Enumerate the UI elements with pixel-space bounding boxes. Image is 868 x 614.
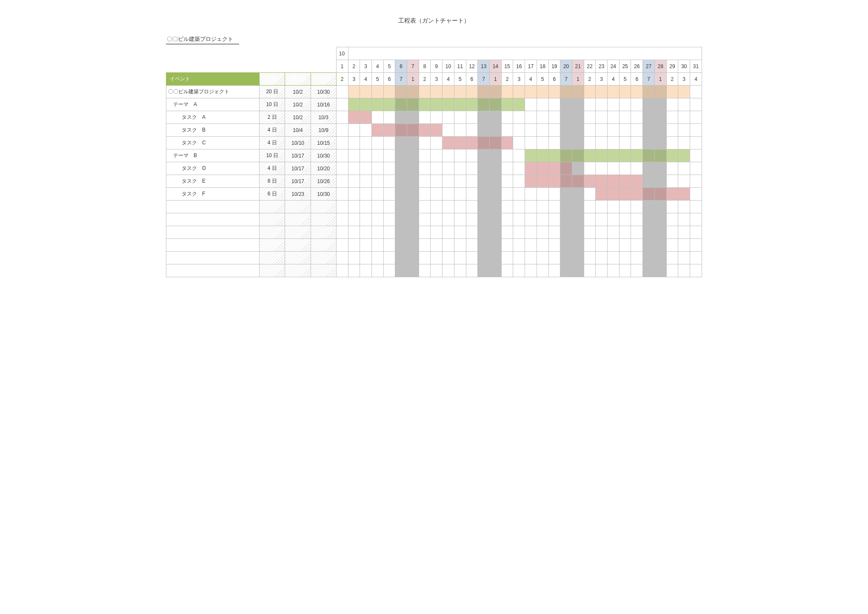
gantt-cell	[678, 226, 690, 239]
gantt-cell	[466, 175, 478, 188]
gantt-cell	[419, 213, 431, 226]
gantt-cell	[678, 239, 690, 252]
gantt-cell	[336, 239, 348, 252]
date-cell: 7	[407, 60, 419, 73]
gantt-cell	[548, 137, 560, 149]
gantt-cell	[489, 264, 501, 277]
gantt-cell	[596, 162, 608, 175]
gantt-cell	[407, 239, 419, 252]
gantt-cell	[478, 213, 490, 226]
gantt-cell	[525, 252, 537, 264]
gantt-cell	[572, 264, 584, 277]
weekday-cell: 5	[371, 73, 383, 86]
gantt-cell	[525, 213, 537, 226]
gantt-cell	[572, 149, 584, 162]
gantt-cell	[666, 175, 678, 188]
gantt-cell	[654, 149, 666, 162]
gantt-cell	[596, 239, 608, 252]
task-effort: 4 日	[260, 137, 285, 149]
gantt-cell	[596, 124, 608, 137]
gantt-cell	[466, 149, 478, 162]
gantt-cell	[631, 111, 643, 124]
gantt-cell	[643, 162, 655, 175]
task-name: 〇〇ビル建築プロジェクト	[166, 86, 260, 98]
header-end: 完了日	[311, 73, 336, 86]
gantt-cell	[548, 175, 560, 188]
date-cell: 6	[395, 60, 407, 73]
task-effort: 10 日	[260, 149, 285, 162]
gantt-row: タスク D4 日10/1710/20	[166, 162, 702, 175]
gantt-cell	[383, 252, 395, 264]
gantt-cell	[419, 226, 431, 239]
gantt-cell	[454, 111, 466, 124]
gantt-cell	[360, 226, 372, 239]
gantt-cell	[690, 86, 702, 98]
gantt-cell	[395, 162, 407, 175]
date-cell: 26	[631, 60, 643, 73]
gantt-cell	[419, 201, 431, 213]
gantt-cell	[443, 188, 454, 201]
gantt-cell	[513, 149, 525, 162]
gantt-cell	[348, 213, 360, 226]
gantt-cell	[584, 137, 596, 149]
gantt-cell	[336, 213, 348, 226]
gantt-cell	[560, 98, 572, 111]
gantt-cell	[371, 149, 383, 162]
gantt-cell	[443, 137, 454, 149]
gantt-cell	[596, 175, 608, 188]
gantt-cell	[631, 175, 643, 188]
date-cell: 12	[466, 60, 478, 73]
gantt-cell	[395, 124, 407, 137]
date-cell: 20	[560, 60, 572, 73]
header-event: イベント	[166, 73, 260, 86]
gantt-cell	[513, 111, 525, 124]
gantt-cell	[666, 149, 678, 162]
gantt-cell	[678, 252, 690, 264]
weekday-cell: 6	[548, 73, 560, 86]
gantt-cell	[525, 188, 537, 201]
weekday-cell: 7	[478, 73, 490, 86]
gantt-cell	[336, 175, 348, 188]
gantt-cell	[666, 86, 678, 98]
gantt-cell	[619, 162, 631, 175]
gantt-cell	[395, 239, 407, 252]
gantt-cell	[654, 137, 666, 149]
gantt-cell	[501, 201, 513, 213]
gantt-cell	[383, 124, 395, 137]
gantt-cell	[560, 252, 572, 264]
gantt-cell	[501, 86, 513, 98]
gantt-cell	[643, 201, 655, 213]
gantt-cell	[466, 124, 478, 137]
gantt-cell	[548, 98, 560, 111]
gantt-cell	[431, 213, 443, 226]
task-start: 10/23	[285, 188, 311, 201]
gantt-cell	[666, 252, 678, 264]
gantt-cell	[654, 111, 666, 124]
date-cell: 4	[371, 60, 383, 73]
gantt-cell	[666, 124, 678, 137]
weekday-cell: 1	[489, 73, 501, 86]
gantt-cell	[596, 98, 608, 111]
gantt-cell	[431, 124, 443, 137]
gantt-cell	[395, 226, 407, 239]
weekday-cell: 6	[631, 73, 643, 86]
gantt-cell	[371, 162, 383, 175]
task-effort: 4 日	[260, 124, 285, 137]
gantt-cell	[371, 86, 383, 98]
gantt-cell	[513, 162, 525, 175]
gantt-cell	[537, 98, 548, 111]
gantt-cell	[560, 213, 572, 226]
gantt-cell	[548, 162, 560, 175]
gantt-cell	[654, 175, 666, 188]
gantt-cell	[619, 111, 631, 124]
task-start: 10/17	[285, 162, 311, 175]
gantt-cell	[348, 252, 360, 264]
gantt-cell	[513, 226, 525, 239]
gantt-cell	[501, 213, 513, 226]
date-cell: 16	[513, 60, 525, 73]
gantt-cell	[584, 201, 596, 213]
gantt-cell	[431, 188, 443, 201]
date-cell: 14	[489, 60, 501, 73]
gantt-cell	[631, 213, 643, 226]
weekday-cell: 3	[513, 73, 525, 86]
